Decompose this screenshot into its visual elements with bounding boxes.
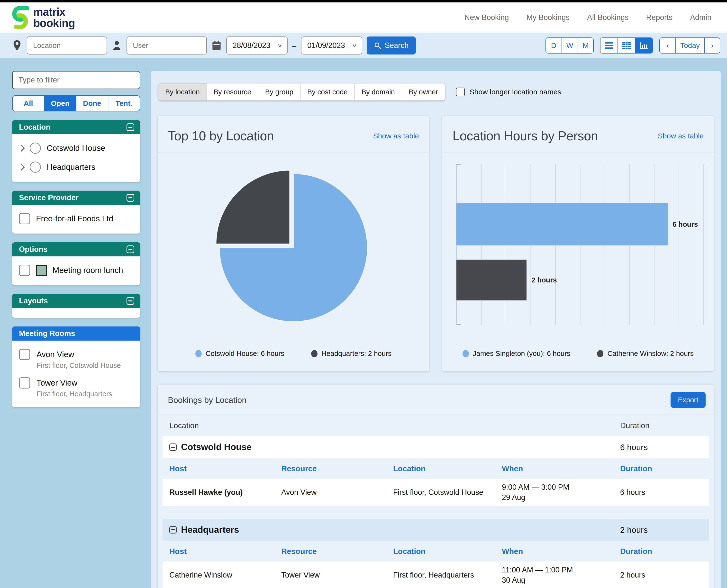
today-button[interactable]: Today — [676, 38, 704, 53]
location-hours-by-person-card: Location Hours by Person Show as table 6… — [442, 116, 714, 371]
checkbox[interactable] — [19, 265, 30, 276]
checkbox[interactable] — [19, 377, 30, 388]
main-nav: New Booking My Bookings All Bookings Rep… — [464, 13, 711, 22]
export-button[interactable]: Export — [670, 392, 706, 408]
status-tab-done[interactable]: Done — [76, 96, 108, 111]
cell-host: Catherine Winslow — [169, 571, 281, 580]
spacer — [163, 506, 709, 519]
option-color-swatch — [36, 265, 47, 276]
tab-by-location[interactable]: By location — [159, 83, 207, 101]
location-hours-pie-chart[interactable] — [208, 166, 379, 336]
bar-card-title: Location Hours by Person — [453, 128, 598, 143]
col-location[interactable]: Location — [393, 547, 502, 556]
period-month-button[interactable]: M — [578, 38, 593, 53]
legend-dot — [311, 350, 317, 357]
person-hours-bar-chart[interactable]: 6 hours 2 hours — [456, 164, 704, 325]
group-row-headquarters[interactable]: Headquarters 2 hours — [163, 519, 709, 541]
user-input[interactable] — [126, 37, 207, 55]
collapse-icon[interactable] — [126, 194, 134, 202]
nav-reports[interactable]: Reports — [646, 13, 673, 22]
nav-admin[interactable]: Admin — [690, 13, 711, 22]
col-host[interactable]: Host — [169, 547, 281, 556]
tab-by-owner[interactable]: By owner — [402, 83, 445, 101]
tab-by-group[interactable]: By group — [258, 83, 300, 101]
room-item-tower-view[interactable]: Tower View — [12, 374, 140, 390]
cell-duration: 2 hours — [620, 571, 702, 580]
top10-by-location-card: Top 10 by Location Show as table Cotswol… — [158, 116, 429, 371]
service-provider-header[interactable]: Service Provider — [12, 191, 140, 205]
period-day-button[interactable]: D — [546, 38, 562, 53]
group-row-cotswold-house[interactable]: Cotswold House 6 hours — [163, 436, 709, 458]
layouts-header[interactable]: Layouts — [12, 294, 140, 308]
logo-icon — [7, 4, 30, 31]
checkbox[interactable] — [456, 88, 465, 96]
booking-row[interactable]: Catherine Winslow Tower View First floor… — [163, 562, 709, 588]
expand-chevron-icon[interactable] — [18, 164, 25, 170]
location-input[interactable] — [27, 37, 107, 55]
layouts-section: Layouts — [12, 294, 140, 318]
bar-chart-icon — [640, 42, 648, 49]
nav-all-bookings[interactable]: All Bookings — [587, 13, 629, 22]
col-duration[interactable]: Duration — [620, 547, 702, 556]
date-from-select[interactable]: 28/08/2023∨ — [226, 37, 288, 55]
radio-button[interactable] — [30, 143, 41, 154]
bar-catherine-winslow[interactable] — [456, 259, 527, 301]
service-provider-item[interactable]: Free-for-all Foods Ltd — [12, 209, 140, 228]
status-tab-tentative[interactable]: Tent. — [108, 96, 140, 111]
location-item-headquarters[interactable]: Headquarters — [12, 158, 140, 176]
room-item-avon-view[interactable]: Avon View — [12, 345, 140, 361]
period-week-button[interactable]: W — [562, 38, 578, 53]
chart-view-button[interactable] — [635, 38, 652, 53]
status-tab-all[interactable]: All — [13, 96, 44, 111]
col-resource[interactable]: Resource — [281, 464, 393, 473]
radio-button[interactable] — [30, 162, 41, 173]
collapse-icon[interactable] — [126, 123, 134, 131]
legend-dot — [462, 350, 469, 357]
list-view-button[interactable] — [601, 38, 618, 53]
summary-header-duration: Duration — [620, 421, 702, 430]
show-longer-names-toggle[interactable]: Show longer location names — [456, 88, 561, 96]
col-location[interactable]: Location — [393, 464, 502, 473]
cell-host: Russell Hawke (you) — [169, 488, 281, 497]
col-when[interactable]: When — [502, 547, 620, 556]
option-item-meeting-room-lunch[interactable]: Meeting room lunch — [12, 261, 140, 280]
next-period-button[interactable]: › — [704, 38, 720, 53]
tab-by-cost-code[interactable]: By cost code — [300, 83, 354, 101]
pie-show-as-table-link[interactable]: Show as table — [373, 132, 419, 140]
grid-icon — [622, 42, 631, 49]
location-item-cotswold-house[interactable]: Cotswold House — [12, 139, 140, 158]
col-when[interactable]: When — [502, 464, 620, 473]
sidebar-filter-input[interactable] — [12, 71, 140, 89]
search-toolbar: 28/08/2023∨ – 01/09/2023∨ Search D W M ‹… — [0, 33, 727, 58]
col-duration[interactable]: Duration — [620, 464, 702, 473]
prev-period-button[interactable]: ‹ — [660, 38, 676, 53]
meeting-rooms-header[interactable]: Meeting Rooms — [12, 327, 140, 341]
search-button[interactable]: Search — [367, 37, 416, 55]
date-to-select[interactable]: 01/09/2023∨ — [301, 37, 362, 55]
service-provider-section: Service Provider Free-for-all Foods Ltd — [12, 191, 140, 234]
collapse-group-icon[interactable] — [169, 526, 176, 533]
bar-james-singleton[interactable] — [456, 203, 668, 246]
col-host[interactable]: Host — [169, 464, 281, 473]
tab-by-domain[interactable]: By domain — [354, 83, 402, 101]
collapse-group-icon[interactable] — [169, 443, 176, 451]
nav-new-booking[interactable]: New Booking — [464, 13, 509, 22]
col-resource[interactable]: Resource — [281, 547, 393, 556]
tab-by-resource[interactable]: By resource — [207, 83, 258, 101]
matrix-booking-logo[interactable]: matrix booking — [7, 4, 75, 31]
status-tab-open[interactable]: Open — [44, 96, 76, 111]
bar-show-as-table-link[interactable]: Show as table — [658, 132, 704, 140]
collapse-icon[interactable] — [126, 246, 134, 253]
location-section-header[interactable]: Location — [12, 120, 140, 134]
booking-row[interactable]: Russell Hawke (you) Avon View First floo… — [163, 479, 709, 506]
nav-my-bookings[interactable]: My Bookings — [526, 13, 569, 22]
collapse-icon[interactable] — [126, 297, 134, 305]
checkbox[interactable] — [19, 213, 30, 224]
options-header[interactable]: Options — [12, 242, 140, 256]
report-toolbar: By location By resource By group By cost… — [156, 83, 715, 101]
cell-when: 9:00 AM — 3:00 PM 29 Aug — [502, 482, 620, 503]
expand-chevron-icon[interactable] — [18, 145, 25, 151]
checkbox[interactable] — [19, 349, 30, 360]
content-area: All Open Done Tent. Location Cotswold Ho… — [0, 58, 727, 588]
grid-view-button[interactable] — [618, 38, 635, 53]
